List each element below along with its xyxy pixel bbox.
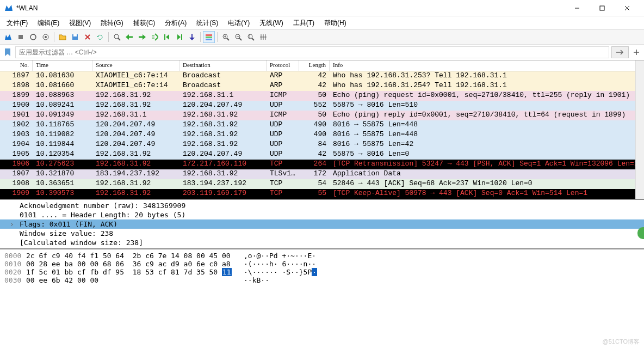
packet-row[interactable]: 189910.088963192.168.31.92192.168.31.1IC… (0, 91, 644, 101)
col-info[interactable]: Info (330, 60, 644, 71)
packet-row[interactable]: 190410.119844120.204.207.49192.168.31.92… (0, 140, 644, 150)
menu-help[interactable]: 帮助(H) (320, 17, 351, 29)
detail-header-length[interactable]: 0101 .... = Header Length: 20 bytes (5) (0, 210, 644, 219)
packet-row[interactable]: 190910.390573192.168.31.92203.119.169.17… (0, 189, 644, 199)
svg-rect-4 (18, 35, 23, 39)
col-length[interactable]: Length (299, 60, 330, 71)
stop-capture-icon[interactable] (15, 31, 27, 43)
svg-line-26 (227, 38, 229, 40)
packet-row[interactable]: 190110.091349192.168.31.1192.168.31.92IC… (0, 111, 644, 120)
packet-row[interactable]: 190810.363651192.168.31.92183.194.237.19… (0, 179, 644, 189)
add-filter-button[interactable] (631, 46, 642, 58)
col-protocol[interactable]: Protocol (267, 60, 299, 71)
svg-point-5 (30, 34, 36, 40)
packet-row[interactable]: 190310.119082120.204.207.49192.168.31.92… (0, 130, 644, 140)
last-packet-icon[interactable] (174, 31, 185, 43)
packet-row[interactable]: 190610.275623192.168.31.92172.217.160.11… (0, 160, 644, 169)
menu-bar: 文件(F) 编辑(E) 视图(V) 跳转(G) 捕获(C) 分析(A) 统计(S… (0, 16, 644, 29)
svg-rect-1 (600, 6, 604, 10)
svg-rect-24 (206, 39, 212, 40)
detail-ack-raw[interactable]: Acknowledgment number (raw): 3481369909 (0, 201, 644, 210)
zoom-in-icon[interactable] (220, 31, 232, 43)
autoscroll-icon[interactable] (186, 31, 198, 43)
restart-capture-icon[interactable] (27, 31, 39, 43)
col-time[interactable]: Time (33, 60, 92, 71)
menu-edit[interactable]: 编辑(E) (33, 17, 64, 29)
packet-list-pane: No. Time Source Destination Protocol Len… (0, 60, 644, 199)
menu-view[interactable]: 视图(V) (65, 17, 95, 29)
packet-list-scrollbar[interactable] (635, 60, 644, 199)
menu-tools[interactable]: 工具(T) (289, 17, 319, 29)
maximize-button[interactable] (590, 0, 615, 16)
goto-packet-icon[interactable] (148, 31, 160, 43)
packet-details-pane: Acknowledgment number (raw): 3481369909 … (0, 199, 644, 248)
packet-row[interactable]: 190710.321870183.194.237.192192.168.31.9… (0, 169, 644, 179)
packet-row[interactable]: 189710.081630XIAOMIEl_c6:7e:14BroadcastA… (0, 71, 644, 81)
reload-file-icon[interactable] (94, 31, 106, 43)
col-no[interactable]: No. (0, 60, 33, 71)
menu-analyze[interactable]: 分析(A) (160, 17, 191, 29)
watermark: @51CTO博客 (603, 338, 640, 346)
close-file-icon[interactable] (82, 31, 94, 43)
detail-window-size[interactable]: Window size value: 238 (0, 229, 644, 238)
bookmark-icon[interactable] (2, 47, 13, 58)
zoom-reset-icon[interactable]: 1 (245, 31, 257, 43)
zoom-out-icon[interactable] (232, 31, 244, 43)
menu-capture[interactable]: 捕获(C) (129, 17, 160, 29)
packet-row[interactable]: 190010.089241192.168.31.92120.204.207.49… (0, 101, 644, 111)
packet-row[interactable]: 190510.120354192.168.31.92120.204.207.49… (0, 150, 644, 160)
minimize-button[interactable] (565, 0, 590, 16)
svg-line-30 (239, 38, 242, 40)
find-packet-icon[interactable] (111, 31, 123, 43)
close-button[interactable] (615, 0, 640, 16)
detail-calc-window[interactable]: [Calculated window size: 238] (0, 238, 644, 247)
menu-stats[interactable]: 统计(S) (192, 17, 222, 29)
svg-line-33 (252, 38, 254, 40)
start-capture-icon[interactable] (2, 31, 14, 43)
wireshark-fin-icon (4, 4, 13, 13)
window-title: *WLAN (16, 4, 565, 12)
packet-list-header: No. Time Source Destination Protocol Len… (0, 60, 644, 71)
first-packet-icon[interactable] (161, 31, 173, 43)
detail-flags[interactable]: Flags: 0x011 (FIN, ACK) (0, 219, 644, 229)
colorize-icon[interactable] (203, 31, 215, 43)
menu-file[interactable]: 文件(F) (2, 17, 32, 29)
svg-rect-22 (206, 34, 212, 36)
svg-text:1: 1 (249, 35, 251, 39)
go-back-icon[interactable] (123, 31, 135, 43)
menu-go[interactable]: 跳转(G) (96, 17, 127, 29)
svg-rect-23 (206, 36, 212, 38)
expert-indicator-icon[interactable] (637, 227, 644, 239)
col-source[interactable]: Source (92, 60, 179, 71)
svg-point-12 (114, 34, 119, 39)
main-toolbar: 1 (0, 29, 644, 45)
packet-row[interactable]: 190210.118765120.204.207.49192.168.31.92… (0, 120, 644, 130)
menu-telephony[interactable]: 电话(Y) (224, 17, 254, 29)
resize-columns-icon[interactable] (257, 31, 269, 43)
col-destination[interactable]: Destination (179, 60, 267, 71)
svg-point-7 (45, 36, 47, 38)
apply-filter-button[interactable] (611, 46, 629, 58)
packet-row[interactable]: 189810.081660XIAOMIEl_c6:7e:14BroadcastA… (0, 81, 644, 91)
svg-line-13 (118, 38, 120, 40)
svg-rect-9 (73, 34, 77, 36)
display-filter-input[interactable] (15, 46, 609, 58)
capture-options-icon[interactable] (40, 31, 52, 43)
save-file-icon[interactable] (69, 31, 81, 43)
go-forward-icon[interactable] (136, 31, 148, 43)
open-file-icon[interactable] (57, 31, 69, 43)
packet-bytes-pane[interactable]: 00002c 6f c9 40 f4 f1 50 64 2b c6 7e 14 … (0, 248, 644, 286)
menu-wireless[interactable]: 无线(W) (255, 17, 287, 29)
